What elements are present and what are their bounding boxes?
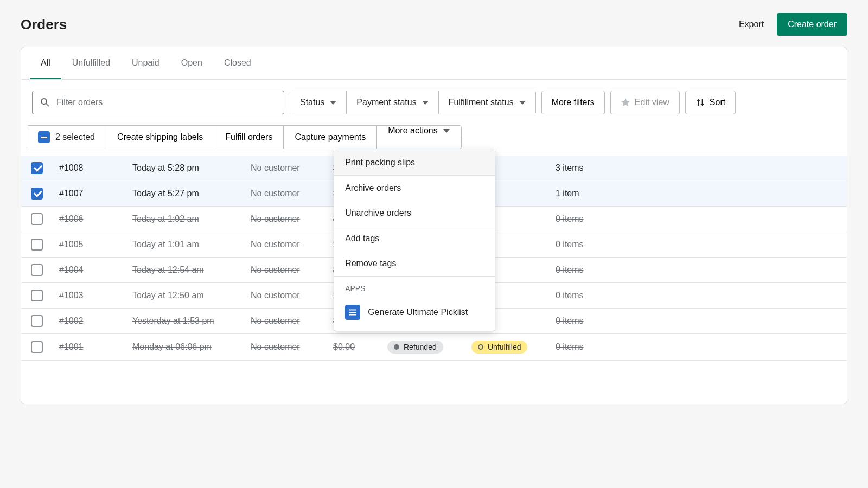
chevron-down-icon <box>519 101 526 105</box>
tab-unpaid[interactable]: Unpaid <box>121 47 170 79</box>
order-date: Yesterday at 1:53 pm <box>132 316 251 326</box>
order-items: 0 items <box>556 291 621 300</box>
row-checkbox[interactable] <box>31 162 43 174</box>
tab-unfulfilled[interactable]: Unfulfilled <box>61 47 121 79</box>
order-customer: No customer <box>251 240 333 249</box>
order-customer: No customer <box>251 265 333 275</box>
order-customer: No customer <box>251 189 333 198</box>
bulk-action-bar: 2 selected Create shipping labels Fulfil… <box>21 125 847 149</box>
unarchive-orders-item[interactable]: Unarchive orders <box>334 201 495 226</box>
generate-picklist-app-item[interactable]: Generate Ultimate Picklist <box>334 298 495 329</box>
order-customer: No customer <box>251 214 333 224</box>
chevron-down-icon <box>422 101 429 105</box>
order-number: #1006 <box>59 214 132 224</box>
row-checkbox[interactable] <box>31 188 43 200</box>
order-customer: No customer <box>251 342 333 352</box>
archive-orders-item[interactable]: Archive orders <box>334 176 495 201</box>
order-number: #1008 <box>59 163 132 173</box>
orders-card: All Unfulfilled Unpaid Open Closed Statu… <box>21 47 847 404</box>
filter-toolbar: Status Payment status Fulfillment status… <box>21 80 847 125</box>
order-date: Monday at 06:06 pm <box>132 342 251 352</box>
order-items: 0 items <box>556 342 621 352</box>
chevron-down-icon <box>443 129 450 133</box>
more-actions-dropdown: Print packing slips Archive orders Unarc… <box>334 150 495 331</box>
order-total: $0.00 <box>333 342 387 352</box>
order-number: #1003 <box>59 291 132 300</box>
row-checkbox[interactable] <box>31 315 43 327</box>
order-date: Today at 12:54 am <box>132 265 251 275</box>
remove-tags-item[interactable]: Remove tags <box>334 251 495 276</box>
order-number: #1007 <box>59 189 132 198</box>
order-date: Today at 12:50 am <box>132 291 251 300</box>
fulfillment-badge: Unfulfilled <box>471 341 527 354</box>
tab-closed[interactable]: Closed <box>213 47 262 79</box>
create-order-button[interactable]: Create order <box>777 13 847 36</box>
order-fulfillment: Unfulfilled <box>471 341 556 354</box>
payment-status-filter[interactable]: Payment status <box>347 91 438 114</box>
order-payment: Refunded <box>387 341 471 354</box>
order-date: Today at 5:28 pm <box>132 163 251 173</box>
order-items: 3 items <box>556 163 621 173</box>
order-items: 1 item <box>556 189 621 198</box>
selected-count: 2 selected <box>55 132 95 142</box>
order-items: 0 items <box>556 265 621 275</box>
sort-icon <box>695 98 705 107</box>
select-all-checkbox[interactable] <box>38 131 50 143</box>
chevron-down-icon <box>330 101 336 105</box>
order-date: Today at 1:01 am <box>132 240 251 249</box>
order-date: Today at 5:27 pm <box>132 189 251 198</box>
create-shipping-labels-button[interactable]: Create shipping labels <box>106 126 214 149</box>
more-filters-button[interactable]: More filters <box>541 91 605 114</box>
fulfill-orders-button[interactable]: Fulfill orders <box>214 126 284 149</box>
fulfillment-status-filter[interactable]: Fulfillment status <box>439 91 535 114</box>
order-customer: No customer <box>251 291 333 300</box>
order-customer: No customer <box>251 163 333 173</box>
tab-all[interactable]: All <box>30 47 61 79</box>
order-number: #1001 <box>59 342 132 352</box>
star-icon <box>621 98 630 107</box>
page-header: Orders Export Create order <box>21 13 847 36</box>
order-customer: No customer <box>251 316 333 326</box>
order-items: 0 items <box>556 214 621 224</box>
print-packing-slips-item[interactable]: Print packing slips <box>334 150 495 175</box>
tabs: All Unfulfilled Unpaid Open Closed <box>21 47 847 80</box>
row-checkbox[interactable] <box>31 239 43 251</box>
search-icon <box>40 97 50 108</box>
tab-open[interactable]: Open <box>170 47 213 79</box>
order-number: #1004 <box>59 265 132 275</box>
apps-heading: APPS <box>334 277 495 298</box>
search-input[interactable] <box>32 91 284 114</box>
row-checkbox[interactable] <box>31 290 43 301</box>
order-number: #1005 <box>59 240 132 249</box>
status-filter[interactable]: Status <box>290 91 347 114</box>
export-button[interactable]: Export <box>735 14 768 35</box>
sort-button[interactable]: Sort <box>685 91 736 114</box>
row-checkbox[interactable] <box>31 264 43 276</box>
order-number: #1002 <box>59 316 132 326</box>
payment-badge: Refunded <box>387 341 443 354</box>
row-checkbox[interactable] <box>31 213 43 225</box>
order-items: 0 items <box>556 240 621 249</box>
order-date: Today at 1:02 am <box>132 214 251 224</box>
more-actions-button[interactable]: More actions <box>377 126 461 136</box>
app-icon <box>345 305 360 320</box>
order-items: 0 items <box>556 316 621 326</box>
row-checkbox[interactable] <box>31 341 43 353</box>
table-row[interactable]: #1001Monday at 06:06 pmNo customer$0.00R… <box>21 334 847 361</box>
add-tags-item[interactable]: Add tags <box>334 226 495 251</box>
edit-view-button[interactable]: Edit view <box>610 91 680 114</box>
page-title: Orders <box>21 16 67 33</box>
capture-payments-button[interactable]: Capture payments <box>284 126 377 149</box>
